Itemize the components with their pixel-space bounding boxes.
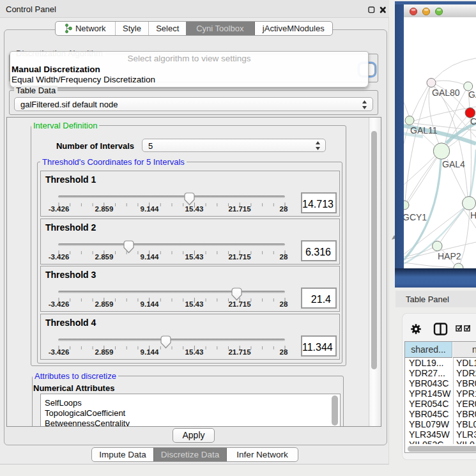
svg-text:GA: GA (468, 89, 476, 100)
svg-text:GCY1: GCY1 (404, 212, 427, 222)
svg-text:H: H (470, 210, 476, 220)
svg-text:GAL80: GAL80 (432, 88, 460, 98)
svg-text:GAL4: GAL4 (442, 159, 465, 169)
svg-text:GAL11: GAL11 (410, 125, 438, 135)
svg-text:HAP2: HAP2 (438, 251, 461, 261)
svg-text:CY: CY (470, 116, 476, 127)
